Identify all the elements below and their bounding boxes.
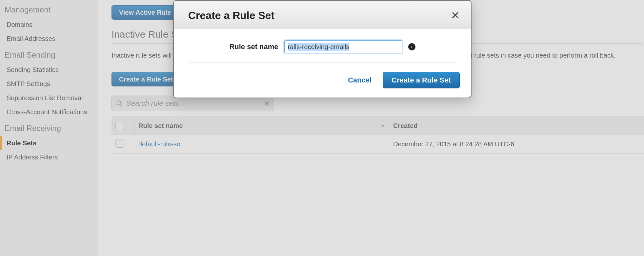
- rule-set-name-input[interactable]: [284, 40, 402, 53]
- modal-title: Create a Rule Set: [188, 9, 274, 22]
- rule-set-name-label: Rule set name: [229, 43, 278, 51]
- modal-divider: [188, 63, 456, 63]
- close-icon: ✕: [451, 9, 460, 21]
- create-rule-set-modal: Create a Rule Set ✕ Rule set name i Canc…: [173, 0, 472, 98]
- cancel-button[interactable]: Cancel: [348, 76, 372, 84]
- modal-close-button[interactable]: ✕: [451, 9, 460, 22]
- submit-create-rule-set-button[interactable]: Create a Rule Set: [383, 72, 460, 88]
- info-icon[interactable]: i: [408, 43, 415, 50]
